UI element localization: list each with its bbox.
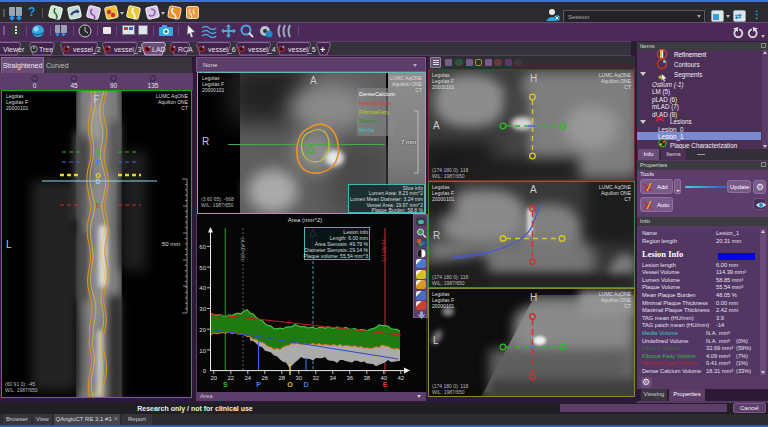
svg-text:D: D <box>303 381 308 388</box>
svg-text:LAD: LAD <box>152 45 166 52</box>
svg-text:32: 32 <box>312 375 319 381</box>
svg-text:P: P <box>256 381 261 388</box>
svg-text:34: 34 <box>329 375 336 381</box>
svg-text:vessel_6: vessel_6 <box>208 45 236 53</box>
svg-text:20: 20 <box>199 327 206 333</box>
svg-text:E: E <box>96 202 101 209</box>
svg-text:40: 40 <box>199 285 206 291</box>
svg-text:135: 135 <box>148 82 159 89</box>
svg-text:vessel_2: vessel_2 <box>73 45 101 53</box>
svg-text:S: S <box>96 149 101 156</box>
svg-text:+: + <box>320 44 325 54</box>
svg-text:42: 42 <box>397 375 404 381</box>
svg-text:28: 28 <box>278 375 285 381</box>
svg-text:0: 0 <box>33 82 37 89</box>
svg-text:20: 20 <box>210 375 217 381</box>
svg-text:45: 45 <box>70 82 78 89</box>
svg-text:RCA: RCA <box>178 45 193 52</box>
svg-text:vessel_3: vessel_3 <box>114 45 142 53</box>
svg-text:mLAD (7): mLAD (7) <box>381 238 387 262</box>
svg-text:S: S <box>223 381 228 388</box>
svg-text:pLAD (6): pLAD (6) <box>240 238 246 260</box>
svg-text:90: 90 <box>110 82 118 89</box>
svg-text:vessel_5: vessel_5 <box>288 45 316 53</box>
svg-text:50: 50 <box>199 265 206 271</box>
svg-text:Viewer: Viewer <box>3 45 25 52</box>
svg-text:vessel_4: vessel_4 <box>248 45 276 53</box>
svg-text:D: D <box>95 178 100 185</box>
svg-text:10: 10 <box>199 348 206 354</box>
svg-text:22: 22 <box>227 375 234 381</box>
svg-text:Tree: Tree <box>39 45 53 52</box>
svg-text:30: 30 <box>295 375 302 381</box>
svg-text:P: P <box>96 159 101 166</box>
svg-text:30: 30 <box>199 306 206 312</box>
svg-text:E: E <box>383 381 388 388</box>
svg-text:38: 38 <box>363 375 370 381</box>
svg-text:O: O <box>287 381 293 388</box>
svg-text:26: 26 <box>261 375 268 381</box>
svg-text:24: 24 <box>244 375 251 381</box>
svg-text:60: 60 <box>199 244 206 250</box>
svg-text:0: 0 <box>203 368 207 374</box>
svg-text:36: 36 <box>346 375 353 381</box>
